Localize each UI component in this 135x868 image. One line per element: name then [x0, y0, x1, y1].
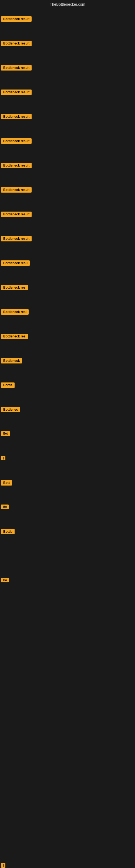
bottleneck-badge-17[interactable]: Bottlenec: [1, 407, 20, 412]
bottleneck-badge-7[interactable]: Bottleneck result: [1, 163, 32, 168]
result-row-11[interactable]: Bottleneck resu: [1, 260, 30, 267]
result-row-2[interactable]: Bottleneck result: [1, 41, 32, 47]
bottleneck-badge-9[interactable]: Bottleneck result: [1, 212, 32, 217]
bottleneck-badge-16[interactable]: Bottle: [1, 382, 14, 388]
bottleneck-badge-12[interactable]: Bottleneck res: [1, 285, 28, 290]
bottleneck-badge-21[interactable]: Bo: [1, 504, 9, 509]
result-row-13[interactable]: Bottleneck resi: [1, 309, 29, 316]
result-row-9[interactable]: Bottleneck result: [1, 212, 32, 218]
result-row-33[interactable]: |: [1, 863, 5, 868]
result-row-17[interactable]: Bottlenec: [1, 407, 20, 413]
site-title: TheBottlenecker.com: [0, 0, 135, 9]
bottleneck-badge-3[interactable]: Bottleneck result: [1, 65, 32, 70]
bottleneck-badge-2[interactable]: Bottleneck result: [1, 41, 32, 46]
bottleneck-badge-20[interactable]: Bott: [1, 480, 12, 486]
result-row-7[interactable]: Bottleneck result: [1, 163, 32, 169]
result-row-4[interactable]: Bottleneck result: [1, 90, 32, 96]
bottleneck-badge-22[interactable]: Bottle: [1, 529, 14, 534]
bottleneck-badge-19[interactable]: |: [1, 456, 5, 460]
bottleneck-badge-24[interactable]: Bo: [1, 578, 9, 582]
bottleneck-badge-6[interactable]: Bottleneck result: [1, 138, 32, 144]
result-row-6[interactable]: Bottleneck result: [1, 138, 32, 145]
result-row-12[interactable]: Bottleneck res: [1, 285, 28, 291]
bottleneck-badge-33[interactable]: |: [1, 863, 5, 868]
bottleneck-badge-1[interactable]: Bottleneck result: [1, 16, 32, 22]
bottleneck-badge-10[interactable]: Bottleneck result: [1, 236, 32, 241]
result-row-1[interactable]: Bottleneck result: [1, 16, 32, 23]
result-row-24[interactable]: Bo: [1, 578, 9, 584]
result-row-10[interactable]: Bottleneck result: [1, 236, 32, 243]
results-container: Bottleneck resultBottleneck resultBottle…: [0, 9, 135, 868]
bottleneck-badge-8[interactable]: Bottleneck result: [1, 187, 32, 193]
bottleneck-badge-4[interactable]: Bottleneck result: [1, 90, 32, 95]
result-row-18[interactable]: Bot: [1, 431, 10, 437]
result-row-8[interactable]: Bottleneck result: [1, 187, 32, 194]
bottleneck-badge-14[interactable]: Bottleneck res: [1, 334, 28, 339]
bottleneck-badge-15[interactable]: Bottleneck: [1, 358, 22, 364]
result-row-14[interactable]: Bottleneck res: [1, 334, 28, 340]
result-row-21[interactable]: Bo: [1, 504, 9, 510]
bottleneck-badge-5[interactable]: Bottleneck result: [1, 114, 32, 119]
bottleneck-badge-11[interactable]: Bottleneck resu: [1, 260, 30, 266]
result-row-22[interactable]: Bottle: [1, 529, 14, 535]
result-row-19[interactable]: |: [1, 456, 5, 461]
bottleneck-badge-18[interactable]: Bot: [1, 431, 10, 436]
result-row-3[interactable]: Bottleneck result: [1, 65, 32, 72]
result-row-15[interactable]: Bottleneck: [1, 358, 22, 365]
result-row-5[interactable]: Bottleneck result: [1, 114, 32, 120]
result-row-16[interactable]: Bottle: [1, 382, 14, 389]
result-row-20[interactable]: Bott: [1, 480, 12, 487]
bottleneck-badge-13[interactable]: Bottleneck resi: [1, 309, 29, 315]
